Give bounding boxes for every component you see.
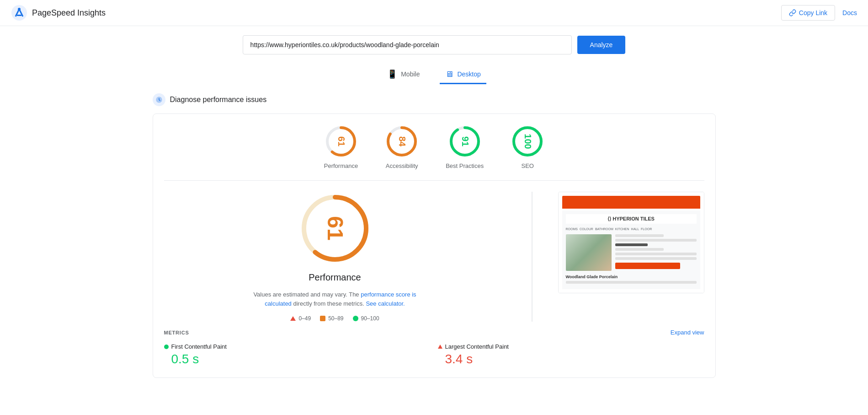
nav-item: HALL — [631, 227, 639, 231]
svg-rect-2 — [17, 15, 21, 16]
link-icon — [789, 9, 796, 16]
copy-link-label: Copy Link — [799, 9, 827, 16]
best-practices-circle: 91 — [448, 125, 481, 158]
fcp-label: First Contentful Paint — [171, 343, 227, 350]
mockup-top-bar — [562, 196, 700, 209]
lcp-label: Largest Contentful Paint — [445, 343, 509, 350]
copy-link-button[interactable]: Copy Link — [781, 5, 835, 21]
lcp-status-triangle — [438, 345, 442, 349]
mockup-collection-name — [615, 234, 664, 237]
legend-item-fail: 0–49 — [290, 315, 311, 322]
performance-score-small: 61 — [335, 136, 346, 146]
nav-item: ROOMS — [566, 227, 578, 231]
performance-score-big: 61 — [322, 216, 347, 240]
diagnose-section: Diagnose performance issues — [153, 93, 716, 106]
nav-item: FLOOR — [641, 227, 652, 231]
performance-section-title: Performance — [309, 272, 361, 283]
url-input[interactable] — [243, 35, 572, 54]
device-tabs: 📱 Mobile 🖥 Desktop — [153, 65, 716, 84]
svg-point-0 — [11, 5, 27, 21]
expand-view-button[interactable]: Expand view — [671, 329, 704, 336]
lcp-value: 3.4 s — [438, 352, 704, 366]
mockup-body — [566, 234, 697, 271]
accessibility-label: Accessibility — [386, 162, 418, 169]
metrics-header: METRICS Expand view — [164, 329, 704, 336]
mockup-product-desc — [566, 281, 697, 284]
best-practices-label: Best Practices — [446, 162, 484, 169]
legend-good-range: 90–100 — [361, 315, 379, 322]
mockup-price — [615, 243, 648, 246]
perf-see-calc-link[interactable]: See calculator. — [366, 300, 405, 307]
screenshot-mockup: ⟨⟩ HYPERION TILES ROOMS COLOUR BATHROOM … — [559, 192, 704, 293]
seo-score-small: 100 — [522, 134, 533, 149]
diagnose-icon-wrap — [153, 93, 165, 106]
big-performance-circle: 61 — [298, 192, 372, 265]
metric-fcp-name-row: First Contentful Paint — [164, 343, 431, 350]
tab-mobile-label: Mobile — [401, 70, 420, 78]
nav-item: KITCHEN — [615, 227, 629, 231]
mockup-product-title: Woodland Glade Porcelain — [566, 275, 697, 279]
mockup-desc-line3 — [615, 257, 697, 260]
mockup-product-name — [615, 239, 697, 242]
pagespeed-logo-icon — [11, 5, 27, 21]
seo-circle: 100 — [511, 125, 544, 158]
mockup-navigation: ROOMS COLOUR BATHROOM KITCHEN HALL FLOOR — [566, 227, 697, 231]
svg-point-1 — [18, 8, 21, 11]
seo-label: SEO — [522, 162, 534, 169]
screenshot-container: ⟨⟩ HYPERION TILES ROOMS COLOUR BATHROOM … — [558, 192, 704, 293]
metrics-label: METRICS — [164, 330, 189, 335]
score-card: 61 Performance 84 Accessibility — [153, 113, 716, 378]
nav-item: COLOUR — [580, 227, 593, 231]
app-title: PageSpeed Insights — [32, 8, 106, 18]
diagnose-title: Diagnose performance issues — [170, 96, 267, 104]
best-practices-score-small: 91 — [459, 136, 470, 146]
mockup-add-to-cart — [615, 263, 680, 269]
docs-link[interactable]: Docs — [842, 9, 857, 16]
good-circle-icon — [353, 316, 358, 321]
performance-label: Performance — [324, 162, 358, 169]
desktop-icon: 🖥 — [445, 70, 453, 79]
score-item-performance[interactable]: 61 Performance — [324, 125, 358, 169]
header: PageSpeed Insights Copy Link Docs — [0, 0, 868, 26]
legend-row: 0–49 50–89 90–100 — [290, 315, 379, 322]
main-content: Analyze 📱 Mobile 🖥 Desktop Diagnose perf… — [142, 26, 727, 394]
score-item-best-practices[interactable]: 91 Best Practices — [446, 125, 484, 169]
mockup-desc-line2 — [615, 253, 697, 255]
score-item-seo[interactable]: 100 SEO — [511, 125, 544, 169]
perf-left: 61 Performance Values are estimated and … — [164, 192, 506, 322]
header-left: PageSpeed Insights — [11, 5, 106, 21]
url-section: Analyze — [153, 35, 716, 54]
perf-desc-text1: Values are estimated and may vary. The — [253, 291, 359, 298]
nav-item: BATHROOM — [595, 227, 613, 231]
fcp-value: 0.5 s — [164, 352, 431, 366]
metrics-grid: First Contentful Paint 0.5 s Largest Con… — [164, 343, 704, 366]
accessibility-score-small: 84 — [397, 136, 407, 146]
mockup-product-image — [566, 234, 612, 271]
performance-detail: 61 Performance Values are estimated and … — [164, 192, 704, 322]
metric-fcp: First Contentful Paint 0.5 s — [164, 343, 431, 366]
fail-triangle-icon — [290, 316, 296, 321]
accessibility-circle: 84 — [385, 125, 418, 158]
score-item-accessibility[interactable]: 84 Accessibility — [385, 125, 418, 169]
fcp-status-dot — [164, 345, 169, 349]
performance-description: Values are estimated and may vary. The p… — [248, 290, 422, 308]
mobile-icon: 📱 — [387, 69, 397, 79]
mockup-content: ⟨⟩ HYPERION TILES ROOMS COLOUR BATHROOM … — [562, 210, 700, 289]
mockup-logo: ⟨⟩ HYPERION TILES — [566, 214, 697, 224]
tab-desktop[interactable]: 🖥 Desktop — [440, 65, 486, 84]
analyze-button[interactable]: Analyze — [577, 36, 626, 54]
legend-item-good: 90–100 — [353, 315, 379, 322]
legend-avg-range: 50–89 — [328, 315, 343, 322]
average-square-icon — [320, 316, 325, 321]
tab-mobile[interactable]: 📱 Mobile — [382, 65, 425, 84]
perf-screenshot: ⟨⟩ HYPERION TILES ROOMS COLOUR BATHROOM … — [558, 192, 704, 293]
metrics-section: METRICS Expand view First Contentful Pai… — [164, 329, 704, 366]
metric-lcp-name-row: Largest Contentful Paint — [438, 343, 704, 350]
legend-fail-range: 0–49 — [298, 315, 311, 322]
section-divider — [532, 192, 533, 322]
metric-lcp: Largest Contentful Paint 3.4 s — [438, 343, 704, 366]
mockup-desc-line1 — [615, 248, 664, 251]
perf-desc-text2: directly from these metrics. — [293, 300, 364, 307]
performance-circle: 61 — [325, 125, 357, 158]
scores-row: 61 Performance 84 Accessibility — [164, 125, 704, 181]
